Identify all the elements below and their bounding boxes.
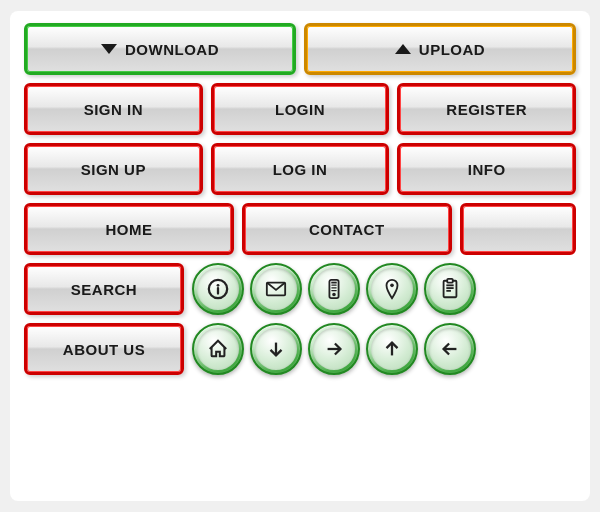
right-circle-button[interactable]: [308, 323, 360, 375]
left-circle-button[interactable]: [424, 323, 476, 375]
info-button[interactable]: INFO: [397, 143, 576, 195]
search-button[interactable]: SEARCH: [24, 263, 184, 315]
info-circle-button[interactable]: [192, 263, 244, 315]
row-3: SIGN UP LOG IN INFO: [24, 143, 576, 195]
svg-rect-15: [447, 279, 453, 283]
row-5: SEARCH: [24, 263, 576, 315]
upload-button[interactable]: UPLOAD: [304, 23, 576, 75]
svg-rect-9: [331, 290, 337, 291]
home-button[interactable]: HOME: [24, 203, 234, 255]
up-circle-button[interactable]: [366, 323, 418, 375]
svg-rect-7: [331, 284, 337, 285]
mail-circle-button[interactable]: [250, 263, 302, 315]
contact-button[interactable]: CONTACT: [242, 203, 452, 255]
arrow-up-icon: [395, 44, 411, 54]
sign-in-button[interactable]: SIGN IN: [24, 83, 203, 135]
register-button[interactable]: REGISTER: [397, 83, 576, 135]
log-in-button[interactable]: LOG IN: [211, 143, 390, 195]
empty-button: [460, 203, 576, 255]
phone-circle-button[interactable]: [308, 263, 360, 315]
login-button[interactable]: LOGIN: [211, 83, 390, 135]
row-6: ABOUT US: [24, 323, 576, 375]
download-button[interactable]: DOWNLOAD: [24, 23, 296, 75]
svg-rect-8: [331, 287, 337, 288]
row-2: SIGN IN LOGIN REGISTER: [24, 83, 576, 135]
icon-circles-top: [192, 263, 476, 315]
main-panel: DOWNLOAD UPLOAD SIGN IN LOGIN REGISTER S…: [10, 11, 590, 501]
down-circle-button[interactable]: [250, 323, 302, 375]
location-circle-button[interactable]: [366, 263, 418, 315]
about-us-button[interactable]: ABOUT US: [24, 323, 184, 375]
arrow-down-icon: [101, 44, 117, 54]
row-1: DOWNLOAD UPLOAD: [24, 23, 576, 75]
svg-point-10: [390, 284, 394, 288]
svg-point-6: [333, 294, 335, 296]
sign-up-button[interactable]: SIGN UP: [24, 143, 203, 195]
row-4: HOME CONTACT: [24, 203, 576, 255]
home-circle-button[interactable]: [192, 323, 244, 375]
note-circle-button[interactable]: [424, 263, 476, 315]
nav-circles: [192, 323, 476, 375]
